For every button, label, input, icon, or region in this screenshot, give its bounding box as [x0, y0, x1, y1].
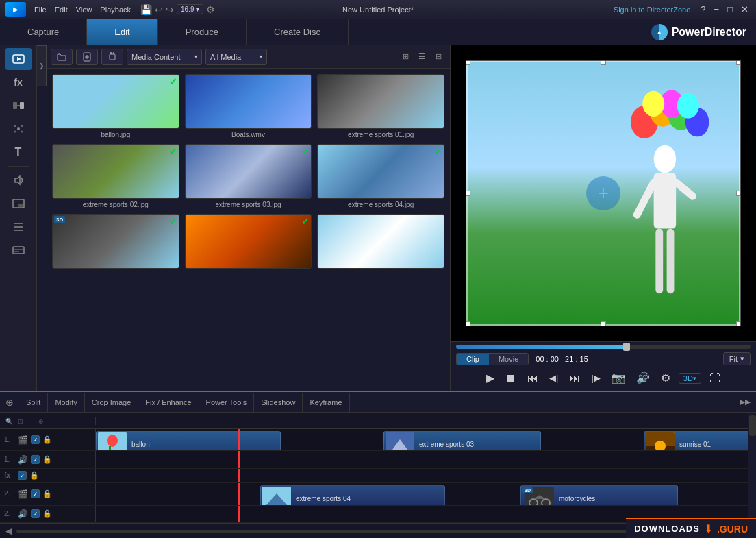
next-frame-btn[interactable]: ⏭ [566, 371, 583, 386]
timeline-scroll-slider[interactable] [16, 530, 679, 533]
track-num-a1: 1. [4, 456, 15, 463]
aspect-ratio-dropdown[interactable]: 16:9 ▾ [177, 4, 203, 14]
toolbar-redo-icon[interactable]: ↪ [166, 4, 174, 15]
menu-file[interactable]: File [34, 5, 47, 14]
tab-edit[interactable]: Edit [87, 19, 158, 45]
filter-dropdown[interactable]: All Media ▾ [205, 49, 267, 65]
media-item-4[interactable]: ✓extreme sports 03.jpg [185, 144, 312, 208]
list-view-btn[interactable]: ☰ [414, 49, 429, 64]
close-button[interactable]: ✕ [739, 4, 751, 14]
keyframe-tool[interactable]: Keyframe [303, 393, 349, 412]
toolbar-save-icon[interactable]: 💾 [140, 4, 152, 15]
track-check-2[interactable]: ✓ [31, 489, 40, 498]
clip-extreme04[interactable]: extreme sports 04 [260, 485, 445, 504]
toolbar-subtitle-btn[interactable] [5, 239, 32, 261]
clip-ballon[interactable]: ballon [96, 431, 281, 450]
next-clip-btn[interactable]: |▶ [588, 371, 603, 384]
toolbar-audio-btn[interactable] [5, 169, 32, 191]
track-num-2: 2. [4, 490, 15, 498]
clip-motorcycles[interactable]: 3D motorcycles [520, 485, 678, 504]
media-item-1[interactable]: Boats.wmv [185, 74, 312, 138]
help-button[interactable]: ? [698, 4, 707, 14]
media-item-0[interactable]: ✓ballon.jpg [52, 74, 179, 138]
track-lock-a1[interactable]: 🔒 [42, 455, 52, 464]
svg-marker-1 [17, 57, 21, 61]
clip-tab[interactable]: Clip [457, 354, 489, 365]
track-audio-icon-1: 🔊 [18, 455, 28, 465]
titlebar: File Edit View Playback 💾 ↩ ↪ 16:9 ▾ ⚙ N… [0, 0, 756, 19]
downloads-badge: DOWNLOADS ⬇ .GURU [626, 518, 756, 538]
track-lock-a2[interactable]: 🔒 [42, 509, 52, 518]
prev-frame-btn[interactable]: ⏮ [525, 371, 541, 386]
minimize-button[interactable]: − [712, 4, 722, 14]
menu-playback[interactable]: Playback [100, 5, 131, 14]
fix-tool[interactable]: Fix / Enhance [138, 393, 199, 412]
toolbar-transition-btn[interactable] [5, 95, 32, 117]
add-track-btn[interactable]: ⊕ [38, 418, 44, 425]
timeline-expand-btn[interactable]: ▶▶ [740, 398, 751, 406]
crop-tool[interactable]: Crop Image [85, 393, 138, 412]
media-label-0: ballon.jpg [52, 131, 179, 138]
media-item-3[interactable]: ✓extreme sports 02.jpg [52, 144, 179, 208]
power-tools[interactable]: Power Tools [199, 393, 255, 412]
import-file-btn[interactable] [76, 49, 98, 65]
stop-btn[interactable]: ⏹ [503, 371, 519, 386]
tab-create-disc[interactable]: Create Disc [247, 19, 349, 45]
menu-view[interactable]: View [76, 5, 92, 14]
svg-point-6 [14, 125, 16, 127]
track-lock-2[interactable]: 🔒 [42, 489, 52, 498]
media-item-2[interactable]: extreme sports 01.jpg [317, 74, 444, 138]
toolbar-particle-btn[interactable] [5, 118, 32, 140]
prev-clip-btn[interactable]: ◀| [546, 371, 561, 384]
volume-btn[interactable]: 🔊 [633, 370, 653, 386]
sign-in-link[interactable]: Sign in to DirectorZone [614, 5, 691, 14]
toolbar-media-btn[interactable] [5, 48, 32, 70]
clip-sunrise01[interactable]: sunrise 01 [644, 431, 748, 450]
modify-tool[interactable]: Modify [48, 393, 84, 412]
zoom-in-btn[interactable]: + [27, 418, 31, 425]
maximize-button[interactable]: □ [725, 4, 735, 14]
toolbar-fx-btn[interactable]: fx [5, 71, 32, 93]
toolbar-chapter-btn[interactable] [5, 216, 32, 238]
fit-timeline-btn[interactable]: ⊡ [18, 418, 23, 425]
collapse-panel-btn[interactable]: ❯ [37, 45, 47, 86]
track-lock-1[interactable]: 🔒 [42, 435, 52, 444]
split-tool[interactable]: Split [19, 393, 48, 412]
track-lock-fx[interactable]: 🔒 [29, 471, 39, 480]
track-check-a1[interactable]: ✓ [31, 455, 40, 464]
media-item-5[interactable]: ✓extreme sports 04.jpg [317, 144, 444, 208]
play-btn[interactable]: ▶ [483, 370, 497, 386]
scroll-left-btn[interactable]: ◀ [5, 526, 12, 536]
track-check-a2[interactable]: ✓ [31, 509, 40, 518]
preview-timeline-bar[interactable] [456, 345, 751, 349]
plugin-btn[interactable] [101, 49, 123, 65]
settings-icon[interactable]: ⚙ [206, 4, 215, 15]
app-logo [5, 2, 26, 17]
zoom-out-btn[interactable]: 🔍 [5, 418, 13, 425]
media-item-8[interactable] [317, 214, 444, 271]
timeline-marker-icon[interactable]: ⊕ [5, 397, 14, 408]
sort-btn[interactable]: ⊟ [431, 49, 446, 64]
tab-capture[interactable]: Capture [0, 19, 87, 45]
fit-dropdown[interactable]: Fit ▾ [723, 352, 751, 365]
3d-toggle[interactable]: 3D ▾ [679, 373, 701, 384]
toolbar-text-btn[interactable]: T [5, 141, 32, 163]
tab-produce[interactable]: Produce [158, 19, 247, 45]
fullscreen-btn[interactable]: ⛶ [707, 371, 723, 386]
audio-settings-btn[interactable]: ⚙ [658, 370, 673, 386]
snapshot-btn[interactable]: 📷 [609, 370, 628, 386]
media-item-6[interactable]: 3D✓ [52, 214, 179, 271]
slideshow-tool[interactable]: Slideshow [254, 393, 303, 412]
toolbar-undo-icon[interactable]: ↩ [155, 4, 163, 15]
toolbar-pip-btn[interactable] [5, 193, 32, 215]
content-type-dropdown[interactable]: Media Content ▾ [127, 49, 202, 65]
clip-extreme03[interactable]: extreme sports 03 [383, 431, 541, 450]
movie-tab[interactable]: Movie [489, 354, 528, 365]
media-item-7[interactable]: ✓ [185, 214, 312, 271]
track-check-1[interactable]: ✓ [31, 435, 40, 444]
track-check-fx[interactable]: ✓ [18, 471, 27, 480]
main-area: fx T ❯ [0, 45, 756, 391]
grid-view-btn[interactable]: ⊞ [398, 49, 413, 64]
import-folder-btn[interactable] [51, 49, 73, 65]
menu-edit[interactable]: Edit [55, 5, 68, 14]
